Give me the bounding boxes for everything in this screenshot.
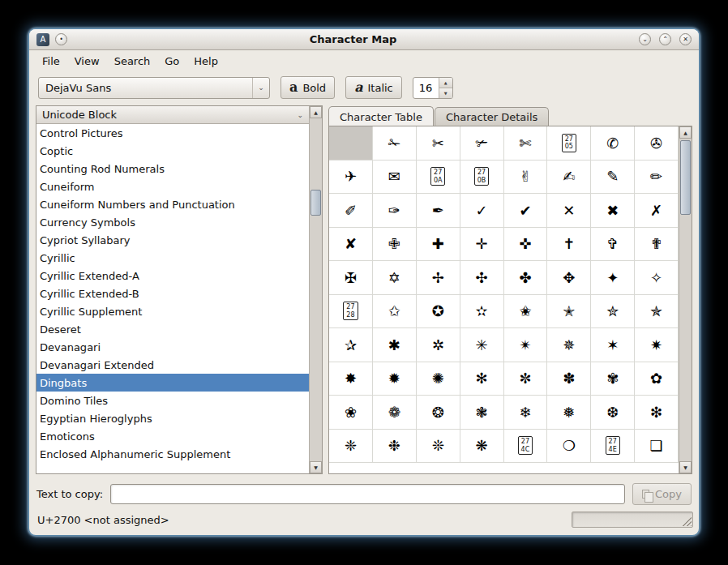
character-cell[interactable]: ✪ — [417, 295, 460, 329]
unicode-block-item[interactable]: Control Pictures — [36, 124, 309, 142]
character-cell[interactable]: ✎ — [591, 161, 635, 195]
character-cell[interactable]: ✠ — [329, 261, 373, 295]
character-cell[interactable]: ✆ — [591, 126, 635, 161]
character-cell[interactable]: ❃ — [460, 396, 504, 430]
character-cell[interactable]: ✴ — [504, 328, 548, 362]
character-cell[interactable]: ❊ — [417, 430, 460, 464]
text-to-copy-input[interactable] — [110, 484, 625, 504]
titlebar[interactable]: A • Character Map ⌄ ⌃ ✕ — [29, 29, 699, 50]
unicode-block-header[interactable]: Unicode Block ⌄ — [36, 106, 309, 124]
unicode-block-item[interactable]: Cyrillic Extended-A — [36, 267, 309, 285]
character-cell[interactable]: ✞ — [591, 228, 635, 262]
menu-item-search[interactable]: Search — [107, 52, 158, 71]
character-cell[interactable]: ✮ — [591, 295, 635, 329]
character-cell[interactable]: ✌ — [504, 161, 548, 195]
scroll-down-icon[interactable]: ▼ — [679, 461, 692, 473]
character-cell[interactable]: ✽ — [547, 362, 591, 396]
character-cell[interactable]: ✫ — [460, 295, 504, 329]
character-cell[interactable]: 270B — [460, 161, 504, 195]
character-cell[interactable]: ✢ — [417, 261, 460, 295]
close-button[interactable]: ✕ — [679, 33, 692, 45]
unicode-block-item[interactable]: Cyrillic Extended-B — [36, 285, 309, 302]
unicode-block-item[interactable]: Coptic — [36, 142, 309, 160]
character-cell[interactable]: ✃ — [460, 126, 504, 161]
character-cell[interactable]: ✿ — [635, 362, 679, 396]
character-cell[interactable]: ✙ — [373, 228, 417, 262]
menu-item-view[interactable]: View — [67, 52, 107, 71]
character-cell[interactable]: ❂ — [417, 396, 460, 430]
character-cell[interactable]: 2728 — [329, 295, 373, 329]
character-cell[interactable]: ✂ — [417, 126, 460, 161]
font-size-value[interactable]: 16 — [413, 78, 439, 98]
character-cell[interactable]: ✏ — [635, 161, 679, 195]
character-cell[interactable]: ✼ — [504, 362, 548, 396]
character-cell[interactable]: ✁ — [373, 126, 417, 161]
bold-button[interactable]: a Bold — [280, 76, 335, 99]
character-cell[interactable]: ✧ — [635, 261, 679, 295]
character-cell[interactable]: ✟ — [635, 228, 679, 262]
scrollbar-track[interactable] — [679, 139, 692, 461]
character-cell[interactable]: ✱ — [373, 328, 417, 362]
character-cell[interactable]: ✵ — [547, 328, 591, 362]
character-cell[interactable]: ✒ — [417, 194, 460, 228]
menu-item-go[interactable]: Go — [157, 52, 186, 71]
character-cell[interactable]: ✰ — [329, 328, 373, 362]
character-cell[interactable]: ❉ — [373, 430, 417, 464]
tab-character-details[interactable]: Character Details — [435, 107, 549, 126]
character-cell[interactable]: ❋ — [460, 430, 504, 464]
spin-up-button[interactable]: ▲ — [439, 78, 452, 88]
character-cell[interactable]: ✝ — [547, 228, 591, 262]
scrollbar-track[interactable] — [310, 118, 322, 461]
character-cell[interactable]: ✘ — [329, 228, 373, 262]
unicode-block-item[interactable]: Deseret — [36, 320, 309, 338]
unicode-block-item[interactable]: Cyrillic Supplement — [36, 302, 309, 320]
menu-item-file[interactable]: File — [35, 52, 67, 71]
unicode-block-item[interactable]: Egyptian Hieroglyphs — [36, 409, 309, 427]
copy-button[interactable]: Copy — [632, 483, 692, 505]
window-menu-button[interactable]: • — [55, 33, 67, 45]
font-family-dropdown[interactable]: DejaVu Sans ⌄ — [38, 77, 270, 99]
character-grid-scrollbar[interactable]: ▲ ▼ — [679, 126, 692, 473]
character-cell[interactable]: ✯ — [635, 295, 679, 329]
character-cell[interactable]: ✔ — [504, 194, 548, 228]
scroll-up-icon[interactable]: ▲ — [679, 126, 692, 139]
unicode-block-item[interactable]: Counting Rod Numerals — [36, 160, 309, 178]
character-cell[interactable]: ❄ — [504, 396, 548, 430]
unicode-block-item[interactable]: Dingbats — [36, 374, 309, 392]
character-cell[interactable]: ✈ — [329, 161, 373, 195]
unicode-block-item[interactable]: Domino Tiles — [36, 392, 309, 409]
unicode-block-item[interactable]: Enclosed Alphanumeric Supplement — [36, 445, 309, 463]
character-cell[interactable]: ✦ — [591, 261, 635, 295]
scroll-up-icon[interactable]: ▲ — [310, 106, 322, 118]
character-cell[interactable]: ✬ — [504, 295, 548, 329]
character-cell[interactable]: ✑ — [373, 194, 417, 228]
character-cell[interactable]: ❇ — [635, 396, 679, 430]
character-cell[interactable]: ❈ — [329, 430, 373, 464]
character-cell[interactable]: ❍ — [547, 430, 591, 464]
character-cell[interactable]: 274C — [504, 430, 548, 464]
character-cell[interactable]: 2705 — [547, 126, 591, 161]
character-cell[interactable]: ✳ — [460, 328, 504, 362]
character-cell[interactable]: ✡ — [373, 261, 417, 295]
resize-grip[interactable] — [572, 511, 693, 528]
character-cell[interactable]: ✣ — [460, 261, 504, 295]
unicode-block-item[interactable]: Cuneiform — [36, 178, 309, 195]
character-cell[interactable]: ✶ — [591, 328, 635, 362]
character-cell[interactable]: 270A — [417, 161, 460, 195]
character-cell[interactable]: ✜ — [504, 228, 548, 262]
maximize-button[interactable]: ⌃ — [659, 33, 671, 45]
character-cell[interactable]: ✍ — [547, 161, 591, 195]
character-cell[interactable]: ✩ — [373, 295, 417, 329]
unicode-block-item[interactable]: Devanagari — [36, 338, 309, 356]
character-cell[interactable]: ❆ — [591, 396, 635, 430]
character-cell[interactable]: ✭ — [547, 295, 591, 329]
character-cell[interactable]: ✻ — [460, 362, 504, 396]
character-cell[interactable]: ✚ — [417, 228, 460, 262]
character-cell[interactable]: ✺ — [417, 362, 460, 396]
menu-item-help[interactable]: Help — [186, 52, 225, 71]
scroll-down-icon[interactable]: ▼ — [310, 461, 322, 473]
unicode-block-item[interactable]: Cyrillic — [36, 249, 309, 267]
italic-button[interactable]: a Italic — [345, 76, 402, 99]
character-cell[interactable] — [329, 126, 373, 161]
character-cell[interactable]: ✾ — [591, 362, 635, 396]
